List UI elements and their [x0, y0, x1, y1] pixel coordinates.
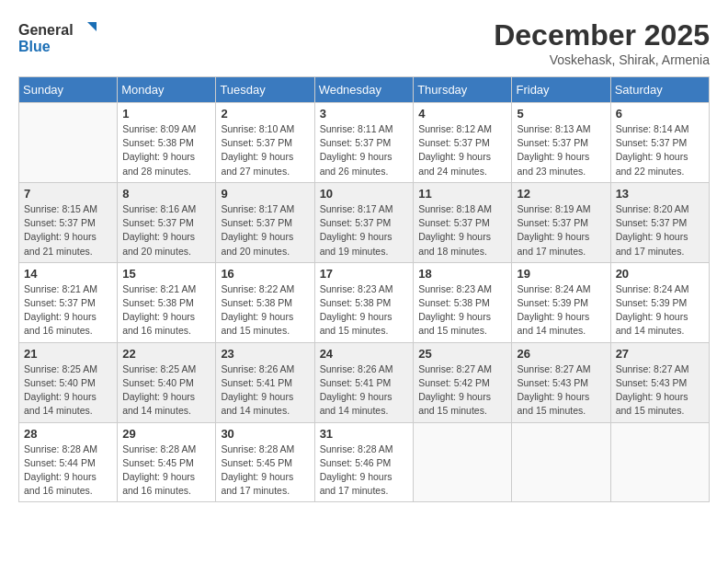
- day-number: 16: [221, 267, 309, 281]
- day-info: Sunrise: 8:27 AMSunset: 5:43 PMDaylight:…: [616, 362, 704, 419]
- day-info: Sunrise: 8:21 AMSunset: 5:38 PMDaylight:…: [122, 282, 210, 339]
- table-row: 15Sunrise: 8:21 AMSunset: 5:38 PMDayligh…: [118, 262, 216, 342]
- table-row: [610, 422, 709, 502]
- table-row: 18Sunrise: 8:23 AMSunset: 5:38 PMDayligh…: [414, 262, 512, 342]
- day-info: Sunrise: 8:26 AMSunset: 5:41 PMDaylight:…: [221, 362, 309, 419]
- table-row: 12Sunrise: 8:19 AMSunset: 5:37 PMDayligh…: [512, 182, 610, 262]
- day-info: Sunrise: 8:28 AMSunset: 5:44 PMDaylight:…: [24, 442, 112, 499]
- day-number: 2: [221, 107, 309, 121]
- day-info: Sunrise: 8:23 AMSunset: 5:38 PMDaylight:…: [320, 282, 409, 339]
- day-number: 20: [616, 267, 704, 281]
- table-row: 29Sunrise: 8:28 AMSunset: 5:45 PMDayligh…: [118, 422, 216, 502]
- day-number: 1: [122, 107, 210, 121]
- day-number: 12: [517, 187, 605, 201]
- day-number: 31: [320, 427, 409, 441]
- day-number: 8: [122, 187, 210, 201]
- table-row: 4Sunrise: 8:12 AMSunset: 5:37 PMDaylight…: [414, 103, 512, 183]
- svg-text:Blue: Blue: [18, 39, 51, 54]
- day-info: Sunrise: 8:09 AMSunset: 5:38 PMDaylight:…: [122, 122, 210, 178]
- title-block: December 2025 Voskehask, Shirak, Armenia: [494, 18, 710, 67]
- day-info: Sunrise: 8:25 AMSunset: 5:40 PMDaylight:…: [24, 362, 112, 419]
- svg-text:General: General: [18, 22, 74, 38]
- day-number: 19: [517, 267, 605, 281]
- weekday-header-wednesday: Wednesday: [314, 77, 414, 103]
- day-info: Sunrise: 8:14 AMSunset: 5:37 PMDaylight:…: [616, 122, 704, 178]
- day-info: Sunrise: 8:17 AMSunset: 5:37 PMDaylight:…: [320, 202, 409, 259]
- table-row: 3Sunrise: 8:11 AMSunset: 5:37 PMDaylight…: [314, 103, 414, 183]
- day-number: 23: [221, 347, 309, 361]
- weekday-header-thursday: Thursday: [414, 77, 512, 103]
- table-row: 22Sunrise: 8:25 AMSunset: 5:40 PMDayligh…: [118, 342, 216, 422]
- day-number: 13: [616, 187, 704, 201]
- month-title: December 2025: [494, 18, 710, 52]
- table-row: 31Sunrise: 8:28 AMSunset: 5:46 PMDayligh…: [314, 422, 414, 502]
- logo-svg: General Blue: [18, 18, 101, 59]
- day-info: Sunrise: 8:27 AMSunset: 5:42 PMDaylight:…: [418, 362, 506, 419]
- day-info: Sunrise: 8:20 AMSunset: 5:37 PMDaylight:…: [616, 202, 704, 259]
- day-number: 4: [418, 107, 506, 121]
- day-number: 15: [122, 267, 210, 281]
- day-number: 10: [320, 187, 409, 201]
- table-row: 7Sunrise: 8:15 AMSunset: 5:37 PMDaylight…: [19, 182, 118, 262]
- day-number: 28: [24, 427, 112, 441]
- day-info: Sunrise: 8:24 AMSunset: 5:39 PMDaylight:…: [517, 282, 605, 339]
- table-row: 10Sunrise: 8:17 AMSunset: 5:37 PMDayligh…: [314, 182, 414, 262]
- day-info: Sunrise: 8:26 AMSunset: 5:41 PMDaylight:…: [320, 362, 409, 419]
- table-row: 21Sunrise: 8:25 AMSunset: 5:40 PMDayligh…: [19, 342, 118, 422]
- day-info: Sunrise: 8:13 AMSunset: 5:37 PMDaylight:…: [517, 122, 605, 178]
- table-row: 24Sunrise: 8:26 AMSunset: 5:41 PMDayligh…: [314, 342, 414, 422]
- day-number: 5: [517, 107, 605, 121]
- table-row: 9Sunrise: 8:17 AMSunset: 5:37 PMDaylight…: [216, 182, 314, 262]
- day-number: 27: [616, 347, 704, 361]
- day-info: Sunrise: 8:28 AMSunset: 5:45 PMDaylight:…: [221, 442, 309, 499]
- weekday-header-sunday: Sunday: [19, 77, 118, 103]
- day-info: Sunrise: 8:22 AMSunset: 5:38 PMDaylight:…: [221, 282, 309, 339]
- svg-marker-2: [87, 22, 97, 31]
- day-info: Sunrise: 8:21 AMSunset: 5:37 PMDaylight:…: [24, 282, 112, 339]
- day-number: 17: [320, 267, 409, 281]
- table-row: 1Sunrise: 8:09 AMSunset: 5:38 PMDaylight…: [118, 103, 216, 183]
- table-row: 17Sunrise: 8:23 AMSunset: 5:38 PMDayligh…: [314, 262, 414, 342]
- day-number: 21: [24, 347, 112, 361]
- table-row: 2Sunrise: 8:10 AMSunset: 5:37 PMDaylight…: [216, 103, 314, 183]
- day-number: 11: [418, 187, 506, 201]
- day-number: 22: [122, 347, 210, 361]
- table-row: 23Sunrise: 8:26 AMSunset: 5:41 PMDayligh…: [216, 342, 314, 422]
- day-number: 29: [122, 427, 210, 441]
- day-info: Sunrise: 8:24 AMSunset: 5:39 PMDaylight:…: [616, 282, 704, 339]
- logo: General Blue: [18, 18, 101, 59]
- day-info: Sunrise: 8:18 AMSunset: 5:37 PMDaylight:…: [418, 202, 506, 259]
- day-number: 14: [24, 267, 112, 281]
- day-info: Sunrise: 8:28 AMSunset: 5:46 PMDaylight:…: [320, 442, 409, 499]
- day-number: 25: [418, 347, 506, 361]
- day-number: 26: [517, 347, 605, 361]
- table-row: 25Sunrise: 8:27 AMSunset: 5:42 PMDayligh…: [414, 342, 512, 422]
- table-row: 27Sunrise: 8:27 AMSunset: 5:43 PMDayligh…: [610, 342, 709, 422]
- table-row: 16Sunrise: 8:22 AMSunset: 5:38 PMDayligh…: [216, 262, 314, 342]
- day-info: Sunrise: 8:17 AMSunset: 5:37 PMDaylight:…: [221, 202, 309, 259]
- day-number: 30: [221, 427, 309, 441]
- day-info: Sunrise: 8:19 AMSunset: 5:37 PMDaylight:…: [517, 202, 605, 259]
- weekday-header-tuesday: Tuesday: [216, 77, 314, 103]
- day-info: Sunrise: 8:16 AMSunset: 5:37 PMDaylight:…: [122, 202, 210, 259]
- day-info: Sunrise: 8:25 AMSunset: 5:40 PMDaylight:…: [122, 362, 210, 419]
- weekday-header-friday: Friday: [512, 77, 610, 103]
- page-header: General Blue December 2025 Voskehask, Sh…: [18, 18, 710, 67]
- table-row: 30Sunrise: 8:28 AMSunset: 5:45 PMDayligh…: [216, 422, 314, 502]
- table-row: 19Sunrise: 8:24 AMSunset: 5:39 PMDayligh…: [512, 262, 610, 342]
- day-info: Sunrise: 8:15 AMSunset: 5:37 PMDaylight:…: [24, 202, 112, 259]
- weekday-header-saturday: Saturday: [610, 77, 709, 103]
- table-row: 14Sunrise: 8:21 AMSunset: 5:37 PMDayligh…: [19, 262, 118, 342]
- day-info: Sunrise: 8:27 AMSunset: 5:43 PMDaylight:…: [517, 362, 605, 419]
- table-row: [512, 422, 610, 502]
- day-number: 18: [418, 267, 506, 281]
- table-row: [19, 103, 118, 183]
- table-row: 20Sunrise: 8:24 AMSunset: 5:39 PMDayligh…: [610, 262, 709, 342]
- day-info: Sunrise: 8:23 AMSunset: 5:38 PMDaylight:…: [418, 282, 506, 339]
- table-row: [414, 422, 512, 502]
- day-info: Sunrise: 8:28 AMSunset: 5:45 PMDaylight:…: [122, 442, 210, 499]
- table-row: 13Sunrise: 8:20 AMSunset: 5:37 PMDayligh…: [610, 182, 709, 262]
- weekday-header-monday: Monday: [118, 77, 216, 103]
- location-subtitle: Voskehask, Shirak, Armenia: [494, 52, 710, 67]
- day-number: 24: [320, 347, 409, 361]
